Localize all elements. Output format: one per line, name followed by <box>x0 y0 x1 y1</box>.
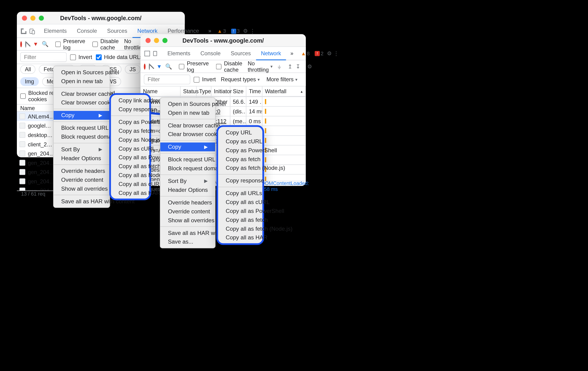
menu-item-block-request-url[interactable]: Block request URL <box>160 155 215 164</box>
filter-chip-img[interactable]: Img <box>20 77 39 86</box>
menu-item-save-all-as-har-with-content[interactable]: Save all as HAR with content <box>54 197 110 206</box>
menu-item-save-as-[interactable]: Save as... <box>160 237 215 246</box>
invert-checkbox[interactable]: Invert <box>194 76 216 83</box>
panel-tab-sources[interactable]: Sources <box>226 47 256 60</box>
titlebar[interactable]: DevTools - www.google.com/ <box>17 12 185 24</box>
panel-tab-elements[interactable]: Elements <box>162 47 195 60</box>
throttling-select[interactable]: No throttling▾ <box>246 60 274 73</box>
menu-item-header-options[interactable]: Header Options▶ <box>54 154 110 163</box>
search-icon[interactable]: 🔍 <box>42 38 49 50</box>
panel-settings-icon[interactable]: ⚙ <box>307 63 312 70</box>
clear-button[interactable] <box>149 63 150 70</box>
disable-cache-checkbox[interactable]: Disable cache <box>216 60 242 73</box>
upload-icon[interactable]: ↥ <box>288 61 293 72</box>
submenu-item-copy-as-curl[interactable]: Copy as cURL <box>111 144 149 153</box>
menu-item-show-all-overrides[interactable]: Show all overrides <box>54 184 110 193</box>
submenu-item-copy-as-powershell[interactable]: Copy as PowerShell <box>218 146 262 155</box>
column-header-initiator[interactable]: Initiator <box>211 86 230 96</box>
menu-item-save-all-as-har-with-content[interactable]: Save all as HAR with content <box>160 229 215 237</box>
filter-icon[interactable]: ▼ <box>157 63 162 70</box>
minimize-window-button[interactable] <box>31 15 36 21</box>
invert-checkbox[interactable]: Invert <box>70 54 92 60</box>
menu-item-sort-by[interactable]: Sort By▶ <box>54 145 110 154</box>
menu-item-open-in-new-tab[interactable]: Open in new tab <box>160 108 215 117</box>
download-icon[interactable]: ↧ <box>296 61 300 72</box>
more-tabs-icon[interactable]: » <box>288 50 296 56</box>
device-icon[interactable] <box>29 25 35 37</box>
menu-item-open-in-new-tab[interactable]: Open in new tab <box>54 77 110 86</box>
submenu-item-copy-url[interactable]: Copy URL <box>218 128 262 137</box>
panel-tab-network[interactable]: Network <box>256 47 286 60</box>
menu-item-clear-browser-cookies[interactable]: Clear browser cookies <box>160 130 215 139</box>
menu-item-block-request-url[interactable]: Block request URL <box>54 124 110 132</box>
submenu-item-copy-as-fetch[interactable]: Copy as fetch <box>111 126 149 135</box>
preserve-log-checkbox[interactable]: Preserve log <box>55 38 86 50</box>
submenu-item-copy-all-as-har[interactable]: Copy all as HAR <box>111 188 149 197</box>
column-header-status[interactable]: Status <box>180 86 196 96</box>
minimize-window-button[interactable] <box>154 38 159 43</box>
submenu-item-copy-all-as-fetch-node-js-[interactable]: Copy all as fetch (Node.js) <box>218 224 262 233</box>
menu-item-header-options[interactable]: Header Options▶ <box>160 186 215 194</box>
menu-item-override-content[interactable]: Override content <box>160 207 215 216</box>
menu-item-copy[interactable]: Copy▶ <box>160 142 215 151</box>
wifi-icon[interactable]: ⏚ <box>278 61 281 72</box>
hide-data-urls-checkbox[interactable]: Hide data URLs <box>96 54 143 60</box>
record-button[interactable] <box>144 63 146 69</box>
menu-item-block-request-domain[interactable]: Block request domain <box>160 164 215 173</box>
inspect-icon[interactable] <box>20 25 27 37</box>
context-menu[interactable]: Open in Sources panelOpen in new tabClea… <box>53 66 110 208</box>
submenu-item-copy-as-node-js-fetch[interactable]: Copy as Node.js fetch <box>111 135 149 144</box>
inspect-icon[interactable] <box>144 48 151 59</box>
menu-item-open-in-sources-panel[interactable]: Open in Sources panel <box>160 100 215 108</box>
menu-item-clear-browser-cache[interactable]: Clear browser cache <box>160 121 215 130</box>
copy-submenu[interactable]: Copy link addressCopy responseCopy as Po… <box>109 93 151 200</box>
issues-badge[interactable]: !2 <box>313 50 325 56</box>
more-filters-dropdown[interactable]: More filters▾ <box>265 76 299 83</box>
copy-submenu[interactable]: Copy URLCopy as cURLCopy as PowerShellCo… <box>216 125 264 245</box>
panel-tab-console[interactable]: Console <box>72 24 102 38</box>
warnings-badge[interactable]: ▲8 <box>299 50 311 56</box>
context-menu[interactable]: Open in Sources panelOpen in new tabClea… <box>160 97 216 248</box>
submenu-item-copy-all-urls[interactable]: Copy all URLs <box>218 189 262 198</box>
menu-item-sort-by[interactable]: Sort By▶ <box>160 177 215 186</box>
menu-item-override-headers[interactable]: Override headers <box>160 198 215 207</box>
submenu-item-copy-all-as-node-js-fetch[interactable]: Copy all as Node.js fetch <box>111 171 149 180</box>
clear-button[interactable] <box>25 41 26 48</box>
column-header-time[interactable]: Time <box>246 86 262 96</box>
submenu-item-copy-all-as-powershell[interactable]: Copy all as PowerShell <box>218 206 262 216</box>
request-types-dropdown[interactable]: Request types▾ <box>219 76 261 83</box>
settings-icon[interactable]: ⚙ <box>327 50 332 56</box>
zoom-window-button[interactable] <box>39 15 44 21</box>
submenu-item-copy-all-as-har[interactable]: Copy all as HAR <box>218 233 262 242</box>
submenu-item-copy-all-as-fetch[interactable]: Copy all as fetch <box>218 216 262 224</box>
submenu-item-copy-as-powershell[interactable]: Copy as PowerShell <box>111 118 149 126</box>
submenu-item-copy-as-fetch[interactable]: Copy as fetch <box>218 155 262 164</box>
panel-tab-elements[interactable]: Elements <box>39 24 72 38</box>
submenu-item-copy-link-address[interactable]: Copy link address <box>111 96 149 105</box>
filter-icon[interactable]: ▼ <box>33 41 38 47</box>
preserve-log-checkbox[interactable]: Preserve log <box>179 60 209 73</box>
column-header-type[interactable]: Type <box>197 86 211 96</box>
filter-chip-all[interactable]: All <box>20 65 36 74</box>
submenu-item-copy-all-as-curl[interactable]: Copy all as cURL <box>218 198 262 206</box>
kebab-menu-icon[interactable]: ⋮ <box>334 50 339 56</box>
issues-badge[interactable]: !3 <box>229 28 242 34</box>
filter-input[interactable] <box>20 52 67 62</box>
filter-input[interactable] <box>144 75 190 84</box>
titlebar[interactable]: DevTools - www.google.com/ <box>140 34 306 47</box>
search-icon[interactable]: 🔍 <box>165 61 172 72</box>
menu-item-override-content[interactable]: Override content <box>54 175 110 184</box>
zoom-window-button[interactable] <box>162 38 168 43</box>
menu-item-clear-browser-cookies[interactable]: Clear browser cookies <box>54 98 110 107</box>
submenu-item-copy-as-fetch-node-js-[interactable]: Copy as fetch (Node.js) <box>218 164 262 172</box>
column-header-waterfall[interactable]: Waterfall ▴ <box>262 86 306 96</box>
close-window-button[interactable] <box>146 38 151 43</box>
disable-cache-checkbox[interactable]: Disable cache <box>92 38 119 50</box>
submenu-item-copy-response[interactable]: Copy response <box>218 176 262 185</box>
submenu-item-copy-all-as-powershell[interactable]: Copy all as PowerShell <box>111 153 149 162</box>
panel-tab-sources[interactable]: Sources <box>102 24 132 38</box>
menu-item-show-all-overrides[interactable]: Show all overrides <box>160 216 215 225</box>
record-button[interactable] <box>20 41 22 47</box>
menu-item-block-request-domain[interactable]: Block request domain <box>54 132 110 141</box>
submenu-item-copy-response[interactable]: Copy response <box>111 105 149 114</box>
